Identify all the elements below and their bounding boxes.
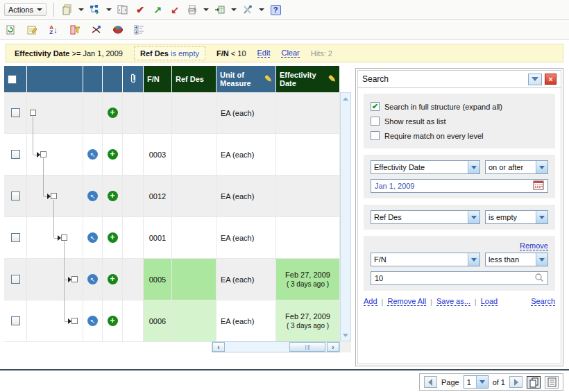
header-refdes[interactable]: Ref Des bbox=[172, 66, 216, 92]
hits-count: Hits: 2 bbox=[311, 49, 332, 58]
tree-expand-box[interactable] bbox=[71, 276, 78, 282]
tools-icon[interactable] bbox=[241, 3, 254, 16]
tree-line bbox=[43, 176, 44, 196]
tree-expand-box[interactable] bbox=[61, 235, 67, 241]
scrollbar-thumb[interactable] bbox=[289, 342, 325, 352]
pie-chart-icon[interactable] bbox=[112, 24, 124, 36]
load-link[interactable]: Load bbox=[481, 297, 498, 306]
add-icon[interactable]: + bbox=[108, 108, 118, 118]
edit-column-icon[interactable]: ✎ bbox=[328, 75, 336, 83]
add-icon[interactable]: + bbox=[108, 274, 118, 284]
vertical-scrollbar[interactable] bbox=[340, 92, 351, 341]
export-icon[interactable] bbox=[214, 3, 226, 16]
field-select[interactable]: Effectivity Date bbox=[371, 160, 480, 174]
row-checkbox[interactable] bbox=[11, 150, 20, 159]
page-select[interactable]: 1 bbox=[464, 375, 489, 389]
print-dropdown-icon[interactable] bbox=[203, 8, 209, 14]
navigate-icon[interactable]: ↖ bbox=[87, 149, 98, 160]
edit-column-icon[interactable]: ✎ bbox=[264, 75, 272, 83]
export-dropdown-icon[interactable] bbox=[231, 8, 237, 14]
refdes-cell-hit bbox=[172, 300, 216, 342]
compare-icon[interactable] bbox=[117, 3, 129, 16]
add-icon[interactable]: + bbox=[108, 316, 118, 326]
match-every-level-checkbox[interactable] bbox=[371, 131, 380, 140]
save-as-link[interactable]: Save as... bbox=[436, 297, 470, 306]
header-select-all bbox=[4, 66, 27, 92]
effectivity-cell-hit: Feb 27, 2009 ( 3 days ago ) bbox=[276, 259, 340, 300]
select-all-checkbox[interactable] bbox=[8, 75, 17, 84]
navigate-icon[interactable]: ↖ bbox=[87, 316, 98, 326]
scroll-up-icon[interactable] bbox=[341, 94, 350, 103]
row-checkbox[interactable] bbox=[11, 233, 20, 242]
row-checkbox[interactable] bbox=[11, 191, 20, 201]
check-in-icon[interactable]: ↙ bbox=[169, 3, 181, 16]
field-select[interactable]: Ref Des bbox=[371, 210, 480, 224]
multi-page-view-button[interactable] bbox=[527, 376, 541, 389]
scroll-left-icon[interactable]: ‹ bbox=[212, 342, 225, 352]
navigate-icon[interactable]: ↖ bbox=[87, 232, 98, 243]
help-glyph: ? bbox=[271, 5, 281, 15]
tree-expand-box[interactable] bbox=[30, 110, 36, 116]
edit-icon[interactable] bbox=[26, 24, 38, 36]
copy-icon[interactable] bbox=[61, 3, 74, 16]
structure-table: F/N Ref Des Unit of Measure✎ Effectivity… bbox=[4, 66, 351, 342]
operator-select[interactable]: less than bbox=[485, 253, 548, 266]
single-page-view-button[interactable] bbox=[545, 376, 559, 389]
print-icon[interactable] bbox=[186, 3, 198, 16]
operator-select[interactable]: is empty bbox=[485, 210, 548, 224]
tools-dropdown-icon[interactable] bbox=[259, 8, 264, 14]
copy-dropdown-icon[interactable] bbox=[78, 8, 84, 14]
approve-check-icon[interactable]: ✔ bbox=[134, 3, 146, 16]
horizontal-scrollbar[interactable]: ‹ › bbox=[212, 341, 340, 352]
operator-select[interactable]: on or after bbox=[485, 160, 548, 174]
next-page-button[interactable] bbox=[509, 376, 523, 388]
row-checkbox[interactable] bbox=[11, 108, 20, 117]
refresh-icon[interactable] bbox=[4, 24, 17, 36]
filter-column-icon[interactable] bbox=[69, 24, 81, 36]
tree-expand-box[interactable] bbox=[51, 193, 57, 199]
add-icon[interactable]: + bbox=[108, 191, 118, 201]
search-panel-frame: Search × Search in full structure (expan… bbox=[357, 70, 561, 364]
navigate-icon[interactable]: ↖ bbox=[87, 191, 98, 201]
previous-page-button[interactable] bbox=[424, 376, 437, 388]
tree-expand-box[interactable] bbox=[71, 318, 78, 324]
insert-structure-icon[interactable] bbox=[89, 3, 101, 16]
effectivity-date: Feb 27, 2009 bbox=[285, 270, 330, 280]
calendar-icon[interactable] bbox=[533, 180, 544, 191]
row-checkbox[interactable] bbox=[11, 316, 20, 325]
remove-criterion-link[interactable]: Remove bbox=[520, 241, 548, 250]
header-uom[interactable]: Unit of Measure✎ bbox=[216, 66, 276, 92]
sort-icon[interactable]: AZ ↓ bbox=[47, 24, 60, 36]
search-submit-link[interactable]: Search bbox=[531, 297, 555, 306]
panel-close-button[interactable]: × bbox=[545, 74, 557, 85]
scroll-down-icon[interactable] bbox=[341, 330, 350, 340]
scroll-right-icon[interactable]: › bbox=[327, 342, 339, 352]
help-icon[interactable]: ? bbox=[269, 3, 282, 16]
chevron-down-icon bbox=[37, 8, 42, 14]
search-icon[interactable] bbox=[534, 273, 544, 284]
insert-structure-dropdown-icon[interactable] bbox=[106, 8, 112, 14]
tree-line bbox=[43, 158, 44, 176]
navigate-icon[interactable]: ↖ bbox=[87, 274, 98, 284]
header-effectivity[interactable]: Effectivity Date✎ bbox=[276, 66, 340, 92]
field-select[interactable]: F/N bbox=[371, 253, 480, 266]
date-value-input[interactable]: Jan 1, 2009 bbox=[371, 179, 548, 193]
add-icon[interactable]: + bbox=[108, 232, 118, 243]
full-structure-checkbox[interactable] bbox=[371, 102, 380, 111]
tree-expand-box[interactable] bbox=[40, 151, 46, 157]
result-as-list-checkbox[interactable] bbox=[371, 117, 380, 126]
add-criterion-link[interactable]: Add bbox=[364, 297, 377, 306]
edit-filter-icon[interactable] bbox=[90, 24, 103, 36]
header-fn[interactable]: F/N bbox=[144, 66, 172, 92]
value-input[interactable]: 10 bbox=[371, 271, 548, 285]
remove-all-link[interactable]: Remove All bbox=[387, 297, 426, 306]
expand-tree-icon[interactable] bbox=[133, 24, 146, 36]
clear-filter-link[interactable]: Clear bbox=[281, 49, 299, 58]
check-out-icon[interactable]: ↗ bbox=[151, 3, 164, 16]
row-checkbox[interactable] bbox=[11, 275, 20, 284]
add-icon[interactable]: + bbox=[108, 149, 118, 160]
edit-filter-link[interactable]: Edit bbox=[257, 49, 271, 58]
fn-cell-hit: 0005 bbox=[144, 259, 172, 300]
actions-menu-button[interactable]: Actions bbox=[4, 3, 46, 16]
panel-collapse-button[interactable] bbox=[528, 74, 542, 85]
